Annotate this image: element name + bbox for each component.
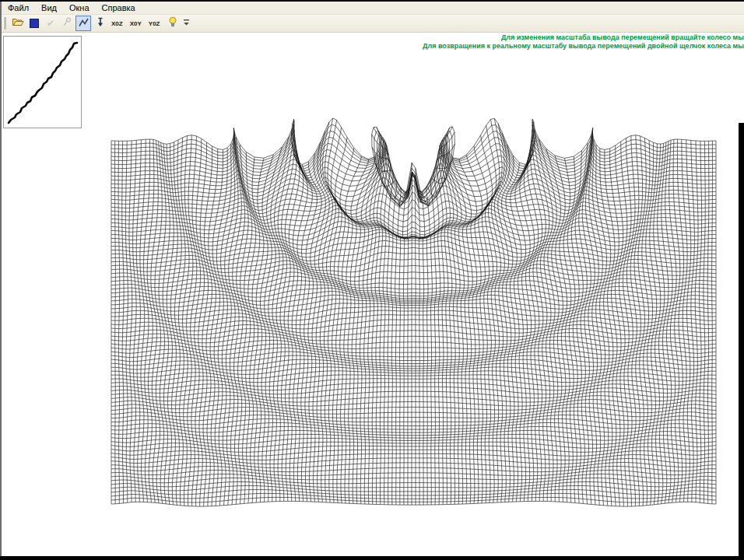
plane-x0y-button[interactable]: X0Y	[127, 16, 145, 30]
menu-bar: Файл Вид Окна Справка	[2, 2, 744, 15]
open-button[interactable]	[10, 16, 26, 31]
app-window: Файл Вид Окна Справка ✔	[0, 0, 744, 560]
plane-y0z-button[interactable]: Y0Z	[146, 16, 163, 30]
lamp-button[interactable]	[165, 16, 181, 31]
blue-square-icon	[30, 19, 39, 28]
open-folder-icon	[12, 16, 24, 31]
plane-x0z-button[interactable]: X0Z	[108, 16, 126, 30]
window-left-border	[0, 2, 2, 556]
check-icon: ✔	[47, 19, 54, 28]
pin-button[interactable]	[59, 16, 75, 31]
lamp-icon	[167, 16, 178, 31]
down-arrow-icon	[94, 16, 106, 31]
pin-icon	[61, 16, 72, 30]
menu-item-help[interactable]: Справка	[96, 2, 142, 14]
loading-curve-panel	[3, 36, 82, 128]
toolbar-grip[interactable]	[3, 17, 6, 30]
polyline-icon	[78, 16, 89, 31]
hint-text: Для изменения масштаба вывода перемещени…	[256, 33, 744, 51]
loading-curve-line	[9, 43, 77, 123]
loading-curve	[4, 37, 81, 128]
hint-line-1: Для изменения масштаба вывода перемещени…	[256, 33, 744, 42]
top-letterbox	[0, 0, 744, 2]
right-letterbox	[739, 123, 744, 560]
polyline-button[interactable]	[75, 16, 91, 31]
toolbar: ✔	[2, 15, 744, 33]
overflow-icon	[183, 16, 190, 30]
toolbar-overflow-button[interactable]	[182, 16, 191, 31]
menu-item-file[interactable]: Файл	[2, 2, 35, 14]
menu-item-view[interactable]: Вид	[35, 2, 63, 14]
bottom-letterbox	[0, 556, 744, 560]
check-button[interactable]: ✔	[43, 16, 58, 31]
drop-displacement-button[interactable]	[92, 16, 107, 31]
mesh-view[interactable]	[109, 106, 721, 509]
menu-item-windows[interactable]: Окна	[63, 2, 96, 14]
hint-line-2: Для возвращения к реальному масштабу выв…	[256, 42, 744, 51]
stop-button[interactable]	[26, 16, 42, 31]
